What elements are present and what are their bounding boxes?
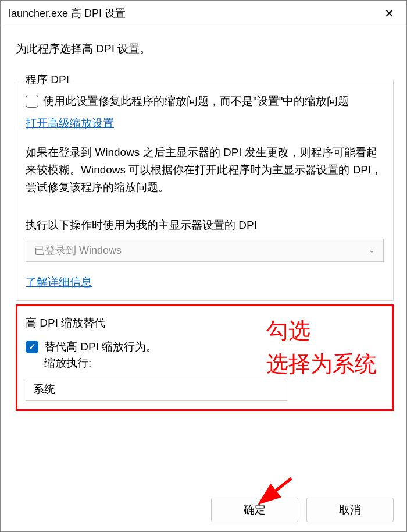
override-row: 替代高 DPI 缩放行为。 缩放执行: xyxy=(26,339,384,372)
titlebar: launcher.exe 高 DPI 设置 ✕ xyxy=(1,1,406,26)
use-setting-row: 使用此设置修复此程序的缩放问题，而不是"设置"中的缩放问题 xyxy=(26,93,384,110)
dpi-when-label: 执行以下操作时使用为我的主显示器设置的 DPI xyxy=(26,218,384,233)
override-label: 替代高 DPI 缩放行为。 缩放执行: xyxy=(44,339,157,372)
dpi-when-select: 已登录到 Windows ⌄ xyxy=(26,239,384,262)
dpi-description: 如果在登录到 Windows 之后主显示器的 DPI 发生更改，则程序可能看起来… xyxy=(26,144,384,197)
ok-button[interactable]: 确定 xyxy=(211,498,298,522)
content-area: 为此程序选择高 DPI 设置。 程序 DPI 使用此设置修复此程序的缩放问题，而… xyxy=(1,26,406,488)
dpi-when-value: 已登录到 Windows xyxy=(34,243,122,257)
close-icon: ✕ xyxy=(384,6,394,20)
override-value: 系统 xyxy=(33,382,55,397)
window-title: launcher.exe 高 DPI 设置 xyxy=(9,6,126,20)
use-setting-checkbox[interactable] xyxy=(26,95,38,108)
intro-text: 为此程序选择高 DPI 设置。 xyxy=(16,41,394,56)
learn-more-link[interactable]: 了解详细信息 xyxy=(26,275,92,290)
button-bar: 确定 取消 xyxy=(1,488,406,531)
cancel-button[interactable]: 取消 xyxy=(306,498,394,522)
override-select[interactable]: 系统 xyxy=(26,378,287,401)
high-dpi-override-group: 高 DPI 缩放替代 替代高 DPI 缩放行为。 缩放执行: 系统 勾选 选择为… xyxy=(16,304,394,411)
advanced-scaling-link[interactable]: 打开高级缩放设置 xyxy=(26,116,114,131)
program-dpi-legend: 程序 DPI xyxy=(22,72,73,87)
use-setting-label: 使用此设置修复此程序的缩放问题，而不是"设置"中的缩放问题 xyxy=(43,93,349,110)
program-dpi-group: 程序 DPI 使用此设置修复此程序的缩放问题，而不是"设置"中的缩放问题 打开高… xyxy=(16,80,394,301)
override-legend: 高 DPI 缩放替代 xyxy=(26,315,384,331)
close-button[interactable]: ✕ xyxy=(372,1,406,26)
chevron-down-icon: ⌄ xyxy=(369,246,375,254)
dialog-window: launcher.exe 高 DPI 设置 ✕ 为此程序选择高 DPI 设置。 … xyxy=(0,0,407,532)
override-checkbox[interactable] xyxy=(26,341,38,353)
